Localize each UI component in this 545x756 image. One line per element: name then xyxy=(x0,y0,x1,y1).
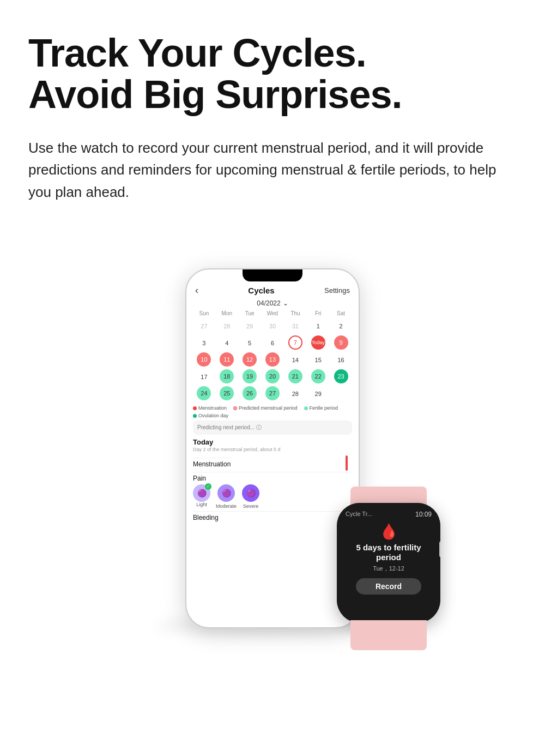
calendar-legend: Menstruation Predicted menstrual period … xyxy=(193,405,352,418)
legend-label-predicted: Predicted menstrual period xyxy=(239,405,298,411)
pain-label-light: Light xyxy=(193,502,210,507)
cal-header-sun: Sun xyxy=(193,309,215,317)
watch-drop-icon: 🩸 xyxy=(379,523,398,541)
legend-label-menstrual: Menstruation xyxy=(198,405,227,411)
watch-top-row: Cycle Tr... 10:09 xyxy=(346,511,432,518)
cal-day[interactable]: 29 xyxy=(309,386,328,401)
cal-day[interactable] xyxy=(332,386,350,401)
description-text: Use the watch to record your current men… xyxy=(28,137,517,203)
pain-options: 🟣 ✓ Light 🟣 Moderate 🟣 Severe xyxy=(193,484,352,509)
pain-option-light[interactable]: 🟣 ✓ Light xyxy=(193,484,210,509)
cal-day[interactable]: 29 xyxy=(240,319,259,334)
calendar-grid: Sun Mon Tue Wed Thu Fri Sat 27 28 29 30 … xyxy=(193,309,352,402)
legend-dot-menstrual xyxy=(193,406,197,410)
legend-fertile: Fertile period xyxy=(304,405,338,411)
cal-header-mon: Mon xyxy=(216,309,238,317)
cal-day[interactable]: 22 xyxy=(311,369,325,383)
pain-label: Pain xyxy=(193,472,352,482)
today-label: Today xyxy=(193,438,352,446)
devices-section: ‹ Cycles Settings 04/2022 ⌄ Sun Mon Tue … xyxy=(28,236,517,628)
cal-day[interactable]: 21 xyxy=(288,369,302,383)
back-button[interactable]: ‹ xyxy=(195,285,198,296)
cal-header-thu: Thu xyxy=(284,309,306,317)
watch-time: 10:09 xyxy=(415,511,432,518)
cal-day[interactable]: 1 xyxy=(309,319,328,334)
cal-day-7[interactable]: 7 xyxy=(288,335,302,350)
month-row: 04/2022 ⌄ xyxy=(193,299,352,307)
watch-sub-text: Tue，12-12 xyxy=(373,565,404,573)
legend-menstruation: Menstruation xyxy=(193,405,227,411)
notch-bar xyxy=(243,269,302,281)
menstruation-row: Menstruation xyxy=(193,455,352,470)
cal-day[interactable]: 28 xyxy=(286,386,305,401)
cal-day-9[interactable]: 9 xyxy=(334,335,348,350)
headline-line2: Avoid Big Surprises. xyxy=(28,73,402,116)
cal-header-sat: Sat xyxy=(330,309,352,317)
cal-day[interactable]: 24 xyxy=(197,386,211,400)
watch-body: Cycle Tr... 10:09 🩸 5 days to fertility … xyxy=(337,503,440,623)
watch-main-text: 5 days to fertility period xyxy=(346,543,432,562)
cal-day[interactable]: 19 xyxy=(243,369,257,383)
pain-option-severe[interactable]: 🟣 Severe xyxy=(242,484,259,509)
watch-crown xyxy=(439,541,440,557)
cal-day[interactable]: 17 xyxy=(195,369,213,385)
cal-header-tue: Tue xyxy=(239,309,261,317)
cal-header-wed: Wed xyxy=(262,309,284,317)
legend-label-ovulation: Ovulation day xyxy=(198,413,228,418)
month-arrow: ⌄ xyxy=(283,299,288,307)
predict-text: Predicting next period... ⓘ xyxy=(197,424,262,430)
cal-day[interactable]: 12 xyxy=(243,352,257,367)
cal-day[interactable]: 30 xyxy=(263,319,282,334)
today-sub: Day 2 of the menstrual period, about 5 d xyxy=(193,447,352,452)
watch-strap-bottom xyxy=(350,620,427,650)
cal-day[interactable]: 2 xyxy=(332,319,350,334)
bleeding-label: Bleeding xyxy=(193,511,352,521)
watch-app-name: Cycle Tr... xyxy=(346,511,372,518)
cal-day[interactable]: 4 xyxy=(217,335,236,351)
phone-mockup: ‹ Cycles Settings 04/2022 ⌄ Sun Mon Tue … xyxy=(185,268,360,628)
watch-mockup: Cycle Tr... 10:09 🩸 5 days to fertility … xyxy=(337,503,446,628)
cal-day-today[interactable]: Today xyxy=(311,335,325,350)
cal-day[interactable]: 5 xyxy=(240,335,259,351)
cal-day[interactable]: 11 xyxy=(220,352,234,367)
settings-link[interactable]: Settings xyxy=(324,286,350,295)
watch-screen: Cycle Tr... 10:09 🩸 5 days to fertility … xyxy=(337,503,440,623)
cal-day[interactable]: 18 xyxy=(220,369,234,383)
legend-ovulation: Ovulation day xyxy=(193,413,228,418)
pain-circle-moderate: 🟣 xyxy=(217,484,235,502)
screen-title: Cycles xyxy=(248,286,274,295)
cal-day[interactable]: 20 xyxy=(265,369,280,383)
watch-record-button[interactable]: Record xyxy=(356,578,421,595)
legend-dot-fertile xyxy=(304,406,308,410)
phone-notch xyxy=(186,269,359,281)
cal-day[interactable]: 6 xyxy=(263,335,282,351)
cal-day[interactable]: 27 xyxy=(265,386,280,400)
legend-label-fertile: Fertile period xyxy=(310,405,338,411)
phone-header: ‹ Cycles Settings xyxy=(193,281,352,298)
cal-day[interactable]: 28 xyxy=(217,319,236,334)
legend-dot-predicted xyxy=(233,406,237,410)
cal-day[interactable]: 15 xyxy=(309,352,328,368)
pain-label-moderate: Moderate xyxy=(216,503,237,509)
legend-dot-ovulation xyxy=(193,414,197,418)
cal-day[interactable]: 25 xyxy=(220,386,234,400)
cal-day[interactable]: 10 xyxy=(197,352,211,367)
today-section: Today Day 2 of the menstrual period, abo… xyxy=(193,438,352,521)
cal-day[interactable]: 16 xyxy=(332,352,350,368)
menstruation-indicator xyxy=(346,455,348,471)
pain-label-severe: Severe xyxy=(243,503,259,509)
cal-day[interactable]: 3 xyxy=(195,335,213,351)
pain-circle-severe: 🟣 xyxy=(242,484,259,502)
month-label: 04/2022 xyxy=(257,299,280,307)
cal-day[interactable]: 23 xyxy=(334,369,348,383)
predict-bar: Predicting next period... ⓘ xyxy=(193,421,352,435)
cal-day[interactable]: 31 xyxy=(286,319,305,334)
cal-header-fri: Fri xyxy=(307,309,329,317)
headline: Track Your Cycles. Avoid Big Surprises. xyxy=(28,33,517,115)
pain-option-moderate[interactable]: 🟣 Moderate xyxy=(216,484,237,509)
cal-day[interactable]: 13 xyxy=(265,352,280,367)
cal-day[interactable]: 14 xyxy=(286,352,305,368)
cal-day[interactable]: 26 xyxy=(243,386,257,400)
cal-day[interactable]: 27 xyxy=(195,319,213,334)
phone-screen: ‹ Cycles Settings 04/2022 ⌄ Sun Mon Tue … xyxy=(186,281,359,521)
